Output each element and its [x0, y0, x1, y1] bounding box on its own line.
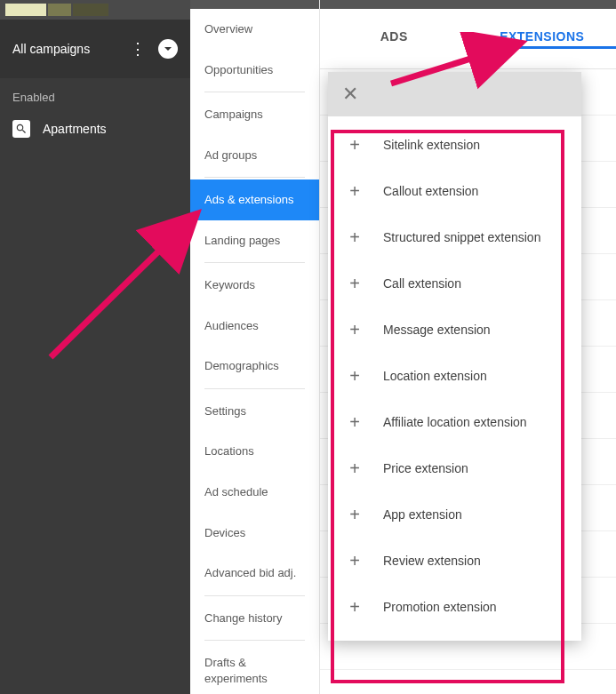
nav-item-ad-groups[interactable]: Ad groups	[190, 135, 319, 176]
extension-option-label: Call extension	[383, 276, 461, 291]
section-nav: OverviewOpportunitiesCampaignsAd groupsA…	[190, 0, 320, 694]
campaign-row-apartments[interactable]: Apartments	[0, 113, 190, 145]
tab-extensions[interactable]: EXTENSIONS	[468, 29, 617, 49]
extension-option-callout-extension[interactable]: +Callout extension	[328, 168, 581, 214]
plus-icon: +	[348, 367, 362, 385]
nav-item-demographics[interactable]: Demographics	[190, 346, 319, 387]
tab-ads[interactable]: ADS	[320, 29, 468, 49]
main-area: ADS EXTENSIONS ✕ +Sitelink extension+Cal…	[320, 0, 616, 694]
nav-item-locations[interactable]: Locations	[190, 431, 319, 472]
caret-down-icon	[164, 44, 172, 53]
nav-separator	[204, 92, 305, 92]
extension-option-sitelink-extension[interactable]: +Sitelink extension	[328, 122, 581, 168]
extension-option-message-extension[interactable]: +Message extension	[328, 307, 581, 353]
status-label: Enabled	[0, 78, 190, 113]
panel-header: ✕	[328, 72, 581, 116]
nav-item-devices[interactable]: Devices	[190, 513, 319, 554]
plus-icon: +	[348, 228, 362, 246]
extension-option-label: Structured snippet extension	[383, 230, 540, 244]
nav-item-settings[interactable]: Settings	[190, 391, 319, 432]
nav-item-overview[interactable]: Overview	[190, 9, 319, 50]
nav-item-campaigns[interactable]: Campaigns	[190, 94, 319, 135]
nav-item-audiences[interactable]: Audiences	[190, 306, 319, 347]
plus-icon: +	[348, 321, 362, 339]
nav-item-keywords[interactable]: Keywords	[190, 265, 319, 306]
collapse-toggle[interactable]	[158, 39, 178, 59]
extension-option-label: Location extension	[383, 369, 487, 383]
extension-option-label: Callout extension	[383, 184, 478, 198]
campaign-label: Apartments	[43, 122, 107, 136]
campaign-scope-header[interactable]: All campaigns ⋮	[0, 20, 190, 78]
more-vert-icon[interactable]: ⋮	[130, 41, 146, 57]
nav-item-opportunities[interactable]: Opportunities	[190, 50, 319, 91]
extension-option-price-extension[interactable]: +Price extension	[328, 445, 581, 491]
extension-option-label: Promotion extension	[383, 600, 497, 614]
nav-separator	[204, 388, 305, 389]
plus-icon: +	[348, 136, 362, 154]
tabs-row: ADS EXTENSIONS	[320, 9, 616, 69]
extension-option-label: Message extension	[383, 323, 491, 337]
plus-icon: +	[348, 413, 362, 431]
nav-item-change-history[interactable]: Change history	[190, 598, 319, 639]
add-extension-panel: ✕ +Sitelink extension+Callout extension+…	[328, 72, 581, 641]
extension-option-location-extension[interactable]: +Location extension	[328, 353, 581, 399]
nav-separator	[204, 177, 305, 178]
extension-option-label: Price extension	[383, 461, 468, 475]
nav-separator	[204, 640, 305, 641]
scope-title: All campaigns	[12, 42, 90, 56]
extension-option-label: Affiliate location extension	[383, 415, 527, 429]
nav-separator	[204, 595, 305, 596]
nav-item-drafts-experiments[interactable]: Drafts & experiments	[190, 642, 319, 694]
plus-icon: +	[348, 506, 362, 523]
nav-item-landing-pages[interactable]: Landing pages	[190, 220, 319, 261]
search-campaign-icon	[12, 120, 30, 138]
extension-option-affiliate-location-extension[interactable]: +Affiliate location extension	[328, 399, 581, 445]
left-sidebar: All campaigns ⋮ Enabled Apartments	[0, 0, 190, 694]
extension-option-app-extension[interactable]: +App extension	[328, 491, 581, 538]
plus-icon: +	[348, 182, 362, 200]
nav-item-ad-schedule[interactable]: Ad schedule	[190, 472, 319, 513]
plus-icon: +	[348, 598, 362, 616]
extension-option-review-extension[interactable]: +Review extension	[328, 538, 581, 584]
nav-separator	[204, 262, 305, 263]
nav-item-advanced-bid-adj-[interactable]: Advanced bid adj.	[190, 553, 319, 594]
extension-option-structured-snippet-extension[interactable]: +Structured snippet extension	[328, 214, 581, 260]
plus-icon: +	[348, 552, 362, 570]
nav-item-ads-extensions[interactable]: Ads & extensions	[190, 179, 319, 220]
logo-placeholder	[5, 4, 185, 16]
extension-option-label: Review extension	[383, 554, 481, 568]
logo-strip	[0, 0, 190, 20]
extension-option-promotion-extension[interactable]: +Promotion extension	[328, 584, 581, 630]
close-icon[interactable]: ✕	[342, 83, 358, 106]
extension-option-call-extension[interactable]: +Call extension	[328, 260, 581, 307]
extension-option-label: Sitelink extension	[383, 138, 480, 152]
extension-option-label: App extension	[383, 507, 462, 522]
plus-icon: +	[348, 275, 362, 292]
plus-icon: +	[348, 459, 362, 477]
